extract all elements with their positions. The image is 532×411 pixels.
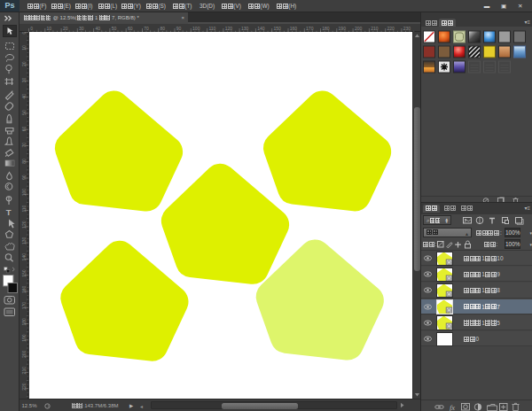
svg-text:fx: fx (450, 403, 455, 411)
